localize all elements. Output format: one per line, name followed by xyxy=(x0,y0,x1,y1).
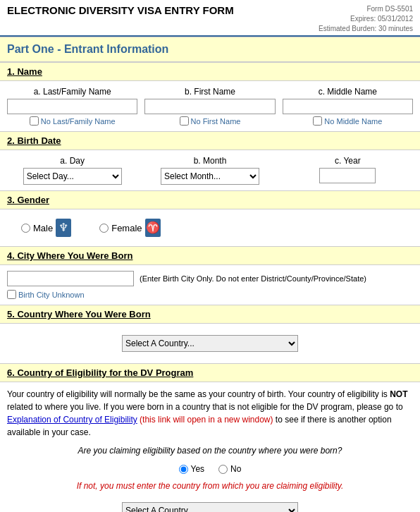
year-label: c. Year xyxy=(335,156,361,166)
last-name-input[interactable] xyxy=(7,99,137,114)
part-one-header: Part One - Entrant Information xyxy=(0,37,420,62)
year-input[interactable] xyxy=(319,168,376,183)
name-fields-row: a. Last/Family Name No Last/Family Name … xyxy=(7,87,413,126)
form-number: Form DS-5501 xyxy=(366,5,413,13)
dv-not-text: NOT xyxy=(390,389,407,399)
middle-name-input[interactable] xyxy=(283,99,413,114)
section-dv-eligibility: 6. Country of Eligibility for the DV Pro… xyxy=(0,363,420,512)
section-dv-eligibility-header: 6. Country of Eligibility for the DV Pro… xyxy=(0,363,420,382)
first-name-col: b. First Name No First Name xyxy=(144,87,275,126)
dv-desc-2: related to where you live. If you were b… xyxy=(7,402,403,412)
month-select[interactable]: Select Month...JanuaryFebruaryMarchApril… xyxy=(161,168,259,185)
section-name-header: 1. Name xyxy=(0,62,420,81)
female-option: Female ♈ xyxy=(99,219,160,237)
no-last-name-checkbox[interactable] xyxy=(30,116,39,126)
dv-country-dropdown-wrap: Select A Country... xyxy=(7,496,413,512)
no-middle-name-row: No Middle Name xyxy=(313,116,382,126)
female-icon: ♈ xyxy=(145,219,161,237)
section-birth-date: 2. Birth Date a. Day Select Day...123456… xyxy=(0,131,420,190)
no-middle-name-checkbox[interactable] xyxy=(313,116,322,126)
no-first-name-row: No First Name xyxy=(180,116,241,126)
expires: Expires: 05/31/2012 xyxy=(350,15,413,23)
city-born-input[interactable] xyxy=(7,271,134,286)
middle-name-label: c. Middle Name xyxy=(319,87,377,97)
no-last-name-row: No Last/Family Name xyxy=(30,116,116,126)
page-title: ELECTRONIC DIVERSITY VISA ENTRY FORM xyxy=(7,4,234,16)
section-gender-header: 3. Gender xyxy=(0,190,420,209)
male-radio[interactable] xyxy=(21,224,30,233)
section-city-born: 4. City Where You Were Born (Enter Birth… xyxy=(0,246,420,305)
male-icon: ♆ xyxy=(56,219,71,237)
last-name-col: a. Last/Family Name No Last/Family Name xyxy=(7,87,137,126)
section-city-born-header: 4. City Where You Were Born xyxy=(0,246,420,265)
female-label: Female xyxy=(111,223,142,233)
country-born-select[interactable]: Select A Country... xyxy=(122,335,298,352)
dv-radio-group: Yes No xyxy=(7,463,413,475)
middle-name-col: c. Middle Name No Middle Name xyxy=(283,87,413,126)
city-note: (Enter Birth City Only. Do not enter Dis… xyxy=(140,274,366,283)
month-label: b. Month xyxy=(194,156,227,166)
dv-content: Your country of eligibility will normall… xyxy=(0,382,420,512)
day-label: a. Day xyxy=(60,156,85,166)
dv-no-label: No xyxy=(230,463,241,475)
dv-if-not-note: If not, you must enter the country from … xyxy=(7,480,413,492)
no-first-name-label: No First Name xyxy=(191,117,241,126)
male-option: Male ♆ xyxy=(21,219,71,237)
section-name: 1. Name a. Last/Family Name No Last/Fami… xyxy=(0,62,420,131)
city-input-row: (Enter Birth City Only. Do not enter Dis… xyxy=(7,271,413,286)
dv-desc-1: Your country of eligibility will normall… xyxy=(7,389,390,399)
dv-description: Your country of eligibility will normall… xyxy=(7,388,413,439)
first-name-input[interactable] xyxy=(144,99,275,114)
dv-no-option: No xyxy=(218,463,241,475)
female-radio[interactable] xyxy=(99,224,109,233)
dv-yes-radio[interactable] xyxy=(179,465,188,474)
burden: Estimated Burden: 30 minutes xyxy=(319,25,413,32)
dv-eligibility-link[interactable]: Explanation of Country of Eligibility xyxy=(7,415,137,425)
birth-city-unknown-row: Birth City Unknown xyxy=(7,290,413,299)
section-country-born: 5. Country Where You Were Born Select A … xyxy=(0,305,420,363)
gender-options-row: Male ♆ Female ♈ xyxy=(7,215,413,240)
day-select[interactable]: Select Day...123456789101112131415161718… xyxy=(23,168,122,185)
birth-date-row: a. Day Select Day...12345678910111213141… xyxy=(7,156,413,185)
dv-no-radio[interactable] xyxy=(218,465,228,474)
dv-yes-label: Yes xyxy=(191,463,205,475)
section-country-born-header: 5. Country Where You Were Born xyxy=(0,305,420,324)
dv-yes-option: Yes xyxy=(179,463,205,475)
no-first-name-checkbox[interactable] xyxy=(180,116,189,126)
dv-link-note: (this link will open in a new window) xyxy=(140,415,273,425)
day-col: a. Day Select Day...12345678910111213141… xyxy=(7,156,137,185)
year-col: c. Year xyxy=(283,156,413,183)
dv-country-select[interactable]: Select A Country... xyxy=(122,502,298,512)
dv-question: Are you claiming eligibility based on th… xyxy=(7,444,413,457)
birth-city-unknown-label: Birth City Unknown xyxy=(18,291,85,299)
page-header: ELECTRONIC DIVERSITY VISA ENTRY FORM For… xyxy=(0,0,420,37)
section-gender: 3. Gender Male ♆ Female ♈ xyxy=(0,190,420,246)
country-born-dropdown-wrap: Select A Country... xyxy=(7,329,413,358)
birth-city-unknown-checkbox[interactable] xyxy=(7,290,16,299)
male-label: Male xyxy=(33,223,53,233)
header-info: Form DS-5501 Expires: 05/31/2012 Estimat… xyxy=(319,4,413,34)
last-name-label: a. Last/Family Name xyxy=(34,87,111,97)
no-middle-name-label: No Middle Name xyxy=(324,117,382,126)
section-birth-date-header: 2. Birth Date xyxy=(0,131,420,150)
month-col: b. Month Select Month...JanuaryFebruaryM… xyxy=(144,156,275,185)
no-last-name-label: No Last/Family Name xyxy=(41,117,116,126)
first-name-label: b. First Name xyxy=(185,87,235,97)
